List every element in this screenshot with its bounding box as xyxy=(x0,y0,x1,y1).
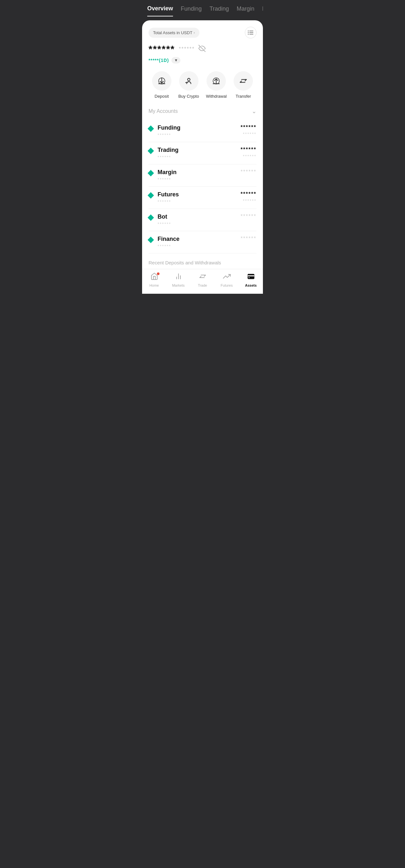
bot-val-top: ****** xyxy=(241,213,257,219)
change-dropdown-button[interactable]: ▼ xyxy=(171,57,180,64)
change-text: *****(1D) xyxy=(148,58,169,63)
futures-icon xyxy=(223,273,231,282)
hide-balance-button[interactable] xyxy=(199,45,206,54)
account-item-margin[interactable]: Margin ****** ****** xyxy=(148,164,257,187)
markets-label: Markets xyxy=(172,283,184,287)
total-assets-chevron: › xyxy=(194,31,195,34)
margin-val-top: ****** xyxy=(241,169,257,175)
bottom-nav-assets[interactable]: Assets xyxy=(239,273,263,287)
total-assets-button[interactable]: Total Assets in USDT › xyxy=(148,28,199,38)
filter-icon xyxy=(247,29,254,36)
withdrawal-button[interactable]: Withdrawal xyxy=(206,71,227,99)
account-item-futures[interactable]: Futures ****** ****** ****** xyxy=(148,187,257,209)
balance-sub: ****** xyxy=(179,46,195,52)
buy-crypto-icon-circle xyxy=(179,71,199,91)
deposit-button[interactable]: Deposit xyxy=(152,71,171,99)
my-accounts-header: My Accounts ⌄ xyxy=(148,108,257,115)
finance-val-top: ****** xyxy=(241,236,257,242)
buy-crypto-label: Buy Crypto xyxy=(178,94,199,99)
nav-item-funding[interactable]: Funding xyxy=(181,5,202,16)
main-card: Total Assets in USDT › ****** ****** xyxy=(142,20,263,269)
trade-icon xyxy=(199,273,206,282)
buy-crypto-button[interactable]: Buy Crypto xyxy=(178,71,199,99)
funding-val-top: ****** xyxy=(241,124,257,130)
futures-name: Futures xyxy=(158,191,241,198)
withdrawal-label: Withdrawal xyxy=(206,94,227,99)
withdrawal-icon xyxy=(212,77,221,85)
finance-sub: ****** xyxy=(158,244,241,249)
account-item-bot[interactable]: Bot ****** ****** xyxy=(148,209,257,231)
svg-point-4 xyxy=(248,32,249,33)
recent-title: Recent Deposits and Withdrawals xyxy=(148,260,221,266)
funding-name: Funding xyxy=(158,124,241,131)
buy-crypto-icon xyxy=(184,77,193,85)
trading-val-bot: ****** xyxy=(243,154,257,159)
funding-diamond-icon xyxy=(147,125,154,132)
futures-diamond-icon xyxy=(147,192,154,198)
action-buttons-row: Deposit Buy Crypto xyxy=(148,71,257,99)
funding-val-bot: ****** xyxy=(243,131,257,136)
margin-sub: ****** xyxy=(158,177,241,182)
trade-label: Trade xyxy=(198,283,207,287)
home-notification-dot xyxy=(157,273,160,275)
transfer-icon-circle xyxy=(234,71,253,91)
bottom-navigation: Home Markets Trade xyxy=(142,269,263,294)
transfer-label: Transfer xyxy=(236,94,251,99)
nav-item-futures-short[interactable]: Fut... xyxy=(262,5,263,16)
balance-main: ****** xyxy=(148,43,175,55)
futures-val-top: ****** xyxy=(241,191,257,197)
futures-val-bot: ****** xyxy=(243,198,257,203)
my-accounts-chevron[interactable]: ⌄ xyxy=(251,108,257,115)
deposit-icon-circle xyxy=(152,71,171,91)
recent-section: Recent Deposits and Withdrawals xyxy=(148,253,257,269)
total-assets-row: Total Assets in USDT › xyxy=(148,27,257,38)
bot-sub: ****** xyxy=(158,221,241,226)
nav-item-trading[interactable]: Trading xyxy=(209,5,229,16)
bottom-nav-home[interactable]: Home xyxy=(142,273,166,287)
svg-point-3 xyxy=(248,31,249,32)
withdrawal-icon-circle xyxy=(206,71,226,91)
svg-point-5 xyxy=(248,34,249,35)
assets-icon xyxy=(247,273,255,282)
bottom-nav-trade[interactable]: Trade xyxy=(191,273,214,287)
markets-icon xyxy=(175,273,182,282)
margin-name: Margin xyxy=(158,169,241,176)
margin-diamond-icon xyxy=(147,170,154,176)
trading-val-top: ****** xyxy=(241,147,257,153)
trading-name: Trading xyxy=(158,147,241,153)
my-accounts-title: My Accounts xyxy=(148,108,178,114)
nav-item-margin[interactable]: Margin xyxy=(237,5,255,16)
change-row: *****(1D) ▼ xyxy=(148,57,257,64)
svg-rect-13 xyxy=(248,274,254,279)
bot-name: Bot xyxy=(158,213,241,220)
account-item-finance[interactable]: Finance ****** ****** xyxy=(148,231,257,253)
transfer-button[interactable]: Transfer xyxy=(234,71,253,99)
bot-diamond-icon xyxy=(147,214,154,221)
home-label: Home xyxy=(149,283,159,287)
account-item-trading[interactable]: Trading ****** ****** ****** xyxy=(148,142,257,164)
filter-icon-button[interactable] xyxy=(245,27,257,38)
bottom-nav-futures[interactable]: Futures xyxy=(214,273,239,287)
top-navigation: Overview Funding Trading Margin Fut... xyxy=(142,0,263,17)
deposit-label: Deposit xyxy=(155,94,169,99)
svg-rect-14 xyxy=(248,275,254,276)
deposit-icon xyxy=(158,77,166,85)
svg-point-15 xyxy=(248,277,249,278)
futures-label: Futures xyxy=(221,283,233,287)
finance-name: Finance xyxy=(158,236,241,243)
funding-sub: ****** xyxy=(158,132,241,137)
svg-point-8 xyxy=(188,79,190,81)
account-item-funding[interactable]: Funding ****** ****** ****** xyxy=(148,120,257,142)
futures-sub: ****** xyxy=(158,199,241,204)
bottom-nav-markets[interactable]: Markets xyxy=(166,273,191,287)
finance-diamond-icon xyxy=(147,237,154,243)
nav-item-overview[interactable]: Overview xyxy=(147,5,173,17)
trading-diamond-icon xyxy=(147,148,154,154)
assets-label: Assets xyxy=(245,283,257,287)
transfer-icon xyxy=(239,77,247,85)
trading-sub: ****** xyxy=(158,155,241,160)
total-assets-label: Total Assets in USDT xyxy=(153,30,192,35)
balance-row: ****** ****** xyxy=(148,43,257,55)
